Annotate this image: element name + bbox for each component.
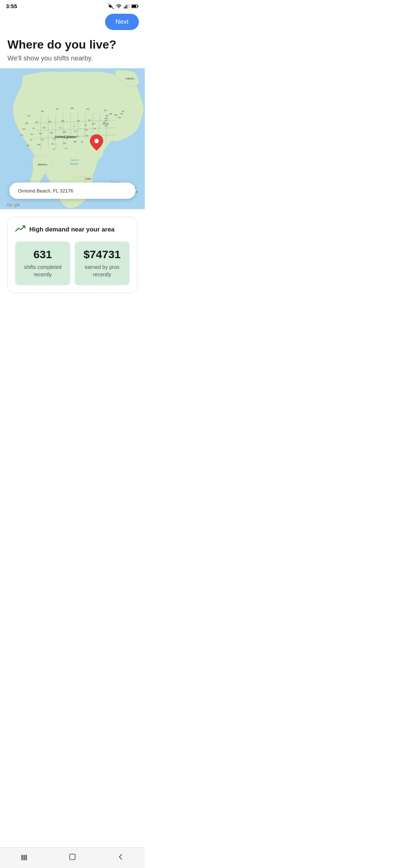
demand-title: High demand near your area [29, 226, 115, 233]
battery-icon [131, 3, 139, 9]
svg-text:NE: NE [50, 132, 53, 134]
svg-text:OK: OK [51, 143, 54, 145]
svg-text:OR: OR [22, 128, 25, 130]
next-button[interactable]: Next [105, 14, 139, 30]
svg-text:MO: MO [63, 131, 67, 133]
svg-text:Labrad...: Labrad... [125, 77, 136, 80]
stat-earned-label: earned by pros recently [79, 264, 125, 278]
svg-text:Ormond Beach, FL 32176: Ormond Beach, FL 32176 [18, 188, 73, 194]
svg-text:IA: IA [59, 126, 62, 129]
svg-text:NM: NM [37, 144, 40, 146]
svg-rect-5 [129, 4, 130, 9]
svg-rect-2 [125, 6, 126, 8]
status-icons [108, 3, 139, 9]
stat-shifts-number: 631 [20, 248, 66, 261]
svg-text:AR: AR [63, 142, 66, 144]
svg-text:IN: IN [85, 124, 87, 126]
svg-text:DC: DC [105, 125, 108, 127]
svg-text:ON: ON [86, 108, 89, 110]
svg-text:NS: NS [118, 116, 121, 119]
trending-up-icon [15, 224, 26, 235]
status-time: 3:55 [6, 3, 17, 9]
signal-icon [124, 3, 130, 9]
wifi-icon [116, 3, 122, 9]
svg-text:ME: ME [109, 113, 113, 115]
svg-text:WY: WY [39, 132, 42, 135]
svg-text:NL: NL [122, 110, 124, 112]
svg-text:United States: United States [55, 135, 76, 139]
svg-rect-4 [128, 4, 128, 9]
svg-text:NC: NC [85, 135, 88, 137]
stat-earned-number: $74731 [79, 248, 125, 261]
svg-text:TN: TN [76, 135, 79, 138]
svg-text:NH: NH [105, 115, 108, 117]
svg-text:VA: VA [94, 128, 96, 130]
svg-text:CO: CO [41, 138, 44, 141]
svg-text:WI: WI [77, 120, 80, 122]
svg-text:Mexico: Mexico [38, 163, 48, 166]
svg-text:UT: UT [30, 139, 33, 141]
svg-text:CA: CA [20, 134, 23, 136]
svg-point-87 [94, 139, 99, 143]
map-container[interactable]: BC AB SK MB ON QC NL WA MT ND MN WI MI O… [0, 68, 145, 209]
svg-text:IL: IL [74, 125, 75, 127]
header-area: Next [0, 11, 145, 33]
svg-text:AB: AB [41, 110, 44, 112]
page-subtitle: We'll show you shifts nearby. [7, 55, 137, 62]
svg-text:OH: OH [92, 123, 95, 125]
svg-text:ID: ID [33, 127, 35, 129]
svg-text:NB: NB [114, 114, 117, 116]
svg-text:AZ: AZ [27, 144, 30, 147]
svg-text:Cuba: Cuba [85, 177, 91, 180]
svg-rect-3 [126, 5, 127, 9]
title-section: Where do you live? We'll show you shifts… [0, 33, 145, 68]
svg-text:Gulf of: Gulf of [71, 159, 78, 161]
svg-text:KY: KY [74, 130, 77, 132]
map-svg: BC AB SK MB ON QC NL WA MT ND MN WI MI O… [0, 68, 145, 209]
stat-shifts-label: shifts completed recently [20, 264, 66, 278]
svg-text:QC: QC [104, 109, 107, 111]
svg-text:ND: ND [48, 121, 51, 123]
svg-text:Mexico: Mexico [70, 162, 78, 165]
demand-card: High demand near your area 631 shifts co… [7, 217, 137, 293]
page-title: Where do you live? [7, 37, 137, 52]
svg-rect-8 [132, 5, 136, 7]
mute-icon [108, 3, 114, 9]
stat-shifts: 631 shifts completed recently [15, 241, 70, 285]
svg-text:WV: WV [85, 129, 88, 131]
svg-text:MS: MS [74, 141, 77, 143]
svg-text:WA: WA [25, 122, 29, 124]
svg-text:NV: NV [30, 133, 33, 135]
svg-text:MI: MI [88, 119, 91, 121]
demand-stats: 631 shifts completed recently $74731 ear… [15, 241, 130, 285]
svg-text:SK: SK [56, 108, 59, 110]
svg-text:LA: LA [65, 147, 67, 149]
svg-text:PE: PE [120, 113, 123, 115]
svg-rect-1 [124, 7, 125, 9]
svg-text:TX: TX [53, 148, 55, 150]
svg-text:MT: MT [35, 121, 39, 124]
svg-text:MN: MN [61, 120, 65, 122]
status-bar: 3:55 [0, 0, 145, 11]
svg-text:MB: MB [71, 107, 74, 109]
stat-earned: $74731 earned by pros recently [75, 241, 130, 285]
svg-text:SD: SD [43, 126, 46, 129]
svg-rect-7 [138, 5, 138, 7]
svg-text:Google: Google [7, 203, 20, 207]
svg-text:RI: RI [105, 119, 107, 122]
demand-section: High demand near your area 631 shifts co… [0, 209, 145, 300]
demand-header: High demand near your area [15, 224, 130, 235]
svg-text:BC: BC [28, 115, 31, 117]
svg-text:AL: AL [81, 141, 84, 143]
